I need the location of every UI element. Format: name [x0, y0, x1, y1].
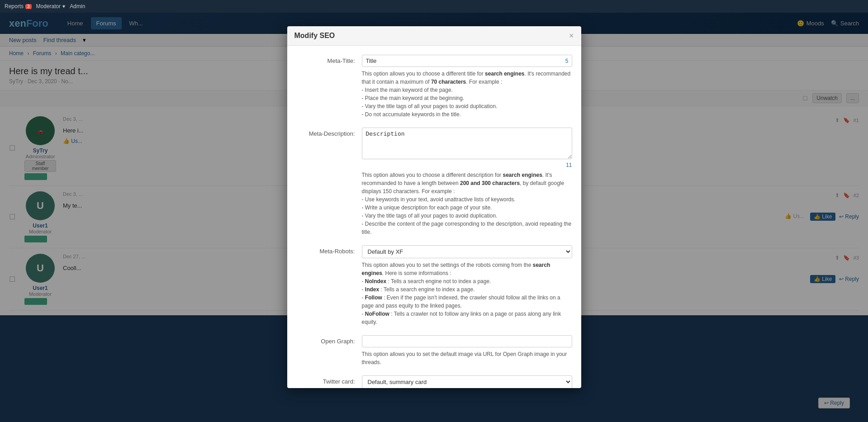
meta-desc-char-count: 11	[362, 162, 572, 168]
meta-desc-row: Meta-Description: Description 11 This op…	[296, 128, 572, 236]
admin-nav-item[interactable]: Admin	[70, 3, 85, 9]
admin-label: Admin	[70, 3, 85, 9]
meta-title-input[interactable]	[362, 55, 572, 67]
meta-title-char-count: 5	[565, 58, 569, 64]
twitter-card-label: Twitter card:	[296, 375, 355, 385]
meta-robots-help: This option allows you to set the settin…	[362, 261, 572, 326]
modal-title: Modify SEO	[294, 32, 335, 40]
twitter-card-row: Twitter card: Default, summary card Summ…	[296, 375, 572, 388]
meta-robots-select[interactable]: Default by XF NoIndex Index Follow NoFol…	[362, 245, 572, 258]
open-graph-help: This option allows you to set the defaul…	[362, 350, 572, 366]
chevron-down-icon: ▾	[62, 3, 65, 9]
open-graph-row: Open Graph: This option allows you to se…	[296, 335, 572, 366]
modify-seo-modal: Modify SEO × Meta-Title: 5 ↓	[287, 26, 581, 388]
open-graph-label: Open Graph:	[296, 335, 355, 345]
meta-desc-help: This option allows you to choose a diffe…	[362, 171, 572, 236]
reports-label: Reports	[5, 3, 24, 9]
twitter-card-select[interactable]: Default, summary card Summary Summary wi…	[362, 375, 572, 388]
modal-body: Meta-Title: 5 ↓ This option allows you t…	[287, 46, 581, 388]
meta-desc-field: Description 11 This option allows you to…	[362, 128, 572, 236]
moderator-nav-item[interactable]: Moderator ▾	[36, 3, 66, 9]
meta-desc-input[interactable]: Description	[362, 128, 572, 159]
open-graph-field: This option allows you to set the defaul…	[362, 335, 572, 366]
modal-close-button[interactable]: ×	[569, 32, 574, 40]
reports-badge: 3	[25, 4, 32, 9]
meta-title-help: This option allows you to choose a diffe…	[362, 70, 572, 119]
twitter-card-field: Default, summary card Summary Summary wi…	[362, 375, 572, 388]
modal-overlay: Modify SEO × Meta-Title: 5 ↓	[0, 13, 868, 422]
moderator-label: Moderator	[36, 3, 61, 9]
top-navigation: Reports 3 Moderator ▾ Admin	[0, 0, 868, 13]
meta-desc-label: Meta-Description:	[296, 128, 355, 137]
meta-robots-label: Meta-Robots:	[296, 245, 355, 255]
meta-title-label: Meta-Title:	[296, 55, 355, 64]
meta-title-field: 5 ↓ This option allows you to choose a d…	[362, 55, 572, 119]
reports-nav-item[interactable]: Reports 3	[5, 3, 32, 9]
meta-robots-row: Meta-Robots: Default by XF NoIndex Index…	[296, 245, 572, 326]
modal-header: Modify SEO ×	[287, 26, 581, 46]
open-graph-input[interactable]	[362, 335, 572, 347]
meta-title-row: Meta-Title: 5 ↓ This option allows you t…	[296, 55, 572, 119]
meta-robots-field: Default by XF NoIndex Index Follow NoFol…	[362, 245, 572, 326]
